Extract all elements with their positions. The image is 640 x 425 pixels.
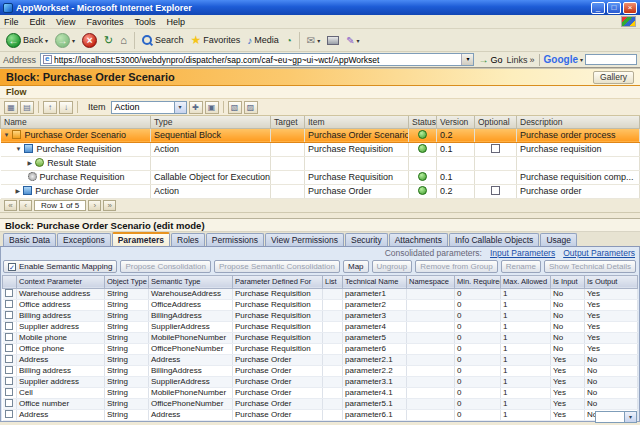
action-propose-semantic-consolidation[interactable]: Propose Semantic Consolidation — [214, 260, 340, 273]
gallery-pick-icon[interactable]: ▣ — [205, 101, 219, 114]
stop-button[interactable]: × — [79, 32, 100, 49]
move-up-icon[interactable]: ↑ — [43, 101, 57, 114]
param-row[interactable]: Billing addressStringBillingAddressPurch… — [3, 310, 638, 321]
expander-icon[interactable]: ▶ — [28, 160, 33, 166]
maximize-button[interactable]: □ — [607, 2, 621, 14]
expander-icon[interactable]: ▼ — [16, 146, 22, 152]
param-row[interactable]: Billing addressStringBillingAddressPurch… — [3, 365, 638, 376]
tab-info-callable-objects[interactable]: Info Callable Objects — [449, 233, 539, 246]
favorites-button[interactable]: ★ Favorites — [187, 33, 243, 47]
mail-dropdown-icon[interactable]: ▾ — [317, 37, 320, 44]
param-col-semantic-type[interactable]: Semantic Type — [149, 275, 233, 288]
param-col-context-parameter[interactable]: Context Parameter — [17, 275, 105, 288]
delete-item-icon[interactable]: ▤ — [20, 101, 34, 114]
history-button[interactable]: ◔ — [283, 34, 295, 47]
param-col-namespace[interactable]: Namespace — [407, 275, 455, 288]
param-col-object-type[interactable]: Object Type — [105, 275, 149, 288]
refresh-button[interactable]: ↻ — [101, 34, 116, 47]
tab-view-permissions[interactable]: View Permissions — [265, 233, 344, 246]
row-checkbox[interactable] — [5, 322, 13, 330]
param-row[interactable]: AddressStringAddressPurchase Orderparame… — [3, 409, 638, 420]
move-down-icon[interactable]: ↓ — [59, 101, 73, 114]
expander-icon[interactable]: ▼ — [4, 132, 10, 138]
action-rename[interactable]: Rename — [501, 260, 541, 273]
tab-exceptions[interactable]: Exceptions — [57, 233, 111, 246]
flow-row[interactable]: ▶Purchase OrderActionPurchase Order0.2Pu… — [1, 184, 640, 198]
param-row[interactable]: AddressStringAddressPurchase Orderparame… — [3, 354, 638, 365]
flow-row[interactable]: ▼Purchase Order ScenarioSequential Block… — [1, 128, 640, 142]
flow-col-name[interactable]: Name — [1, 116, 151, 128]
add-action-icon[interactable]: ✚ — [189, 101, 203, 114]
flow-row[interactable]: ▶Result State — [1, 156, 640, 170]
minimize-button[interactable]: _ — [591, 2, 605, 14]
preview-icon[interactable]: ▧ — [228, 101, 242, 114]
flow-col-item[interactable]: Item — [305, 116, 409, 128]
row-checkbox[interactable] — [5, 333, 13, 341]
action-remove-from-group[interactable]: Remove from Group — [415, 260, 497, 273]
output-parameters-link[interactable]: Output Parameters — [563, 248, 635, 258]
row-checkbox[interactable] — [5, 366, 13, 374]
param-row[interactable]: Office numberStringOfficePhoneNumberPurc… — [3, 398, 638, 409]
media-button[interactable]: ♪ Media — [244, 34, 282, 47]
last-row-button[interactable]: » — [103, 200, 116, 211]
param-col-list[interactable]: List — [323, 275, 343, 288]
param-col-technical-name[interactable]: Technical Name — [343, 275, 407, 288]
item-type-select[interactable]: Action ▾ — [111, 101, 187, 114]
param-col-is-output[interactable]: Is Output — [585, 275, 638, 288]
flow-col-description[interactable]: Description — [517, 116, 640, 128]
gallery-button[interactable]: Gallery — [593, 71, 634, 84]
expander-icon[interactable]: ▶ — [16, 188, 21, 194]
google-search-input[interactable] — [585, 54, 637, 65]
row-checkbox[interactable] — [5, 344, 13, 352]
tab-attachments[interactable]: Attachments — [389, 233, 448, 246]
flow-row[interactable]: ▼Purchase RequisitionActionPurchase Requ… — [1, 142, 640, 156]
edit-button[interactable]: ✎▾ — [343, 34, 362, 47]
input-parameters-link[interactable]: Input Parameters — [490, 248, 555, 258]
view-select-dropdown-icon[interactable]: ▾ — [624, 412, 636, 422]
flow-col-type[interactable]: Type — [151, 116, 271, 128]
menu-view[interactable]: View — [56, 17, 75, 27]
param-row[interactable]: Warehouse addressStringWarehouseAddressP… — [3, 288, 638, 299]
flow-col-version[interactable]: Version — [437, 116, 475, 128]
menu-file[interactable]: File — [4, 17, 19, 27]
tab-basic-data[interactable]: Basic Data — [3, 233, 56, 246]
action-map[interactable]: Map — [343, 260, 369, 273]
action-propose-consolidation[interactable]: Propose Consolidation — [120, 260, 211, 273]
action-show-technical-details[interactable]: Show Technical Details — [544, 260, 636, 273]
action-enable-semantic-mapping[interactable]: ✓Enable Semantic Mapping — [3, 260, 117, 273]
item-select-dropdown-icon[interactable]: ▾ — [174, 102, 186, 113]
first-row-button[interactable]: « — [4, 200, 17, 211]
row-checkbox[interactable] — [5, 300, 13, 308]
google-toolbar[interactable]: Google ▾ — [544, 54, 637, 65]
param-row[interactable]: Supplier addressStringSupplierAddressPur… — [3, 376, 638, 387]
menu-favorites[interactable]: Favorites — [86, 17, 123, 27]
param-row[interactable]: Office phoneStringOfficePhoneNumberPurch… — [3, 343, 638, 354]
links-menu[interactable]: Links» — [507, 55, 535, 65]
forward-dropdown-icon[interactable]: ▾ — [72, 37, 75, 44]
flow-col-target[interactable]: Target — [271, 116, 305, 128]
insert-item-icon[interactable]: ▦ — [4, 101, 18, 114]
mail-button[interactable]: ✉▾ — [304, 34, 323, 47]
row-checkbox[interactable] — [5, 410, 13, 418]
param-row[interactable]: Office addressStringOfficeAddressPurchas… — [3, 299, 638, 310]
view-select[interactable]: ▾ — [595, 411, 637, 423]
row-checkbox[interactable] — [5, 355, 13, 363]
param-col-is-input[interactable]: Is Input — [551, 275, 585, 288]
tab-security[interactable]: Security — [345, 233, 388, 246]
param-col-max-allowed[interactable]: Max. Allowed — [501, 275, 551, 288]
row-checkbox[interactable] — [5, 377, 13, 385]
row-checkbox[interactable] — [5, 311, 13, 319]
address-input[interactable]: https://localhost:53000/webdynpro/dispat… — [40, 53, 474, 66]
param-row[interactable]: Mobile phoneStringMobilePhoneNumberPurch… — [3, 332, 638, 343]
flow-col-optional[interactable]: Optional — [475, 116, 517, 128]
row-checkbox[interactable] — [5, 289, 13, 297]
back-dropdown-icon[interactable]: ▾ — [45, 37, 48, 44]
enable-semantic-mapping-checkbox[interactable]: ✓ — [8, 263, 16, 271]
edit-dropdown-icon[interactable]: ▾ — [357, 37, 360, 44]
menu-edit[interactable]: Edit — [30, 17, 46, 27]
row-checkbox[interactable] — [5, 399, 13, 407]
go-button[interactable]: → Go — [478, 54, 502, 65]
address-dropdown-icon[interactable]: ▾ — [461, 54, 473, 65]
action-ungroup[interactable]: Ungroup — [372, 260, 413, 273]
flow-row[interactable]: Purchase RequisitionCallable Object for … — [1, 170, 640, 184]
